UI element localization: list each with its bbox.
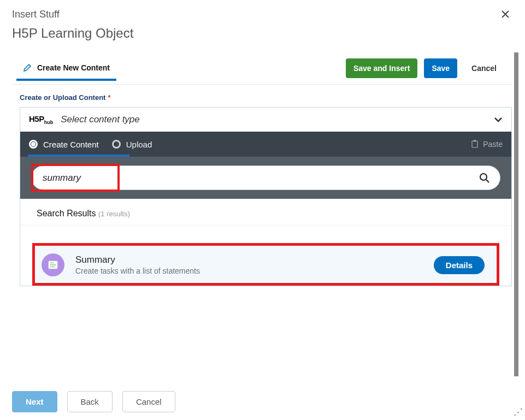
- resize-handle[interactable]: ⋰: [514, 406, 523, 418]
- close-icon[interactable]: [498, 9, 513, 20]
- footer-cancel-button[interactable]: Cancel: [122, 391, 175, 412]
- paste-button[interactable]: Paste: [471, 140, 503, 149]
- h5p-mode-bar: Create Content Upload Paste: [20, 132, 511, 157]
- editor-toolbar: Create New Content Save and Insert Save …: [12, 52, 512, 85]
- search-results-header: Search Results (1 results): [20, 199, 511, 226]
- result-description: Create tasks with a list of statements: [75, 267, 200, 275]
- paste-label: Paste: [483, 140, 503, 149]
- results-count: (1 results): [98, 210, 130, 218]
- result-title: Summary: [75, 255, 200, 265]
- next-button[interactable]: Next: [12, 391, 57, 412]
- annotation-highlight: Summary Create tasks with a list of stat…: [32, 243, 499, 286]
- svg-rect-0: [472, 141, 477, 147]
- svg-rect-1: [474, 140, 476, 142]
- content-type-select-label: Select content type: [61, 114, 140, 125]
- search-icon[interactable]: [479, 173, 490, 184]
- tab-upload[interactable]: Upload: [112, 134, 152, 155]
- svg-point-2: [480, 174, 487, 180]
- content-panel: Create New Content Save and Insert Save …: [12, 52, 518, 376]
- page-title: H5P Learning Object: [12, 26, 133, 41]
- content-type-select[interactable]: H5Phub Select content type: [20, 108, 511, 132]
- h5p-logo: H5Phub: [29, 114, 53, 125]
- back-button[interactable]: Back: [67, 391, 113, 412]
- search-input[interactable]: [43, 173, 473, 184]
- pencil-icon: [23, 63, 32, 72]
- page-supertitle: Insert Stuff: [12, 9, 133, 20]
- result-item[interactable]: Summary Create tasks with a list of stat…: [36, 247, 495, 282]
- search-region: [20, 157, 511, 199]
- summary-icon: [42, 253, 64, 276]
- h5p-hub-panel: H5Phub Select content type Create Conten…: [20, 107, 512, 286]
- details-button[interactable]: Details: [434, 256, 485, 274]
- clipboard-icon: [471, 140, 479, 149]
- radio-unselected-icon: [112, 140, 121, 149]
- chevron-down-icon: [494, 117, 503, 122]
- tab-create-new-content[interactable]: Create New Content: [20, 58, 113, 79]
- tab-upload-label: Upload: [126, 140, 152, 149]
- cancel-button[interactable]: Cancel: [464, 58, 504, 78]
- save-and-insert-button[interactable]: Save and Insert: [346, 58, 418, 78]
- tab-label: Create New Content: [37, 63, 110, 72]
- scrollbar[interactable]: [514, 52, 518, 376]
- tab-create-content[interactable]: Create Content: [29, 134, 99, 155]
- radio-selected-icon: [29, 140, 38, 149]
- footer-actions: Next Back Cancel: [12, 391, 175, 412]
- save-button[interactable]: Save: [424, 58, 457, 78]
- tab-create-content-label: Create Content: [43, 140, 99, 149]
- field-label: Create or Upload Content*: [20, 93, 511, 102]
